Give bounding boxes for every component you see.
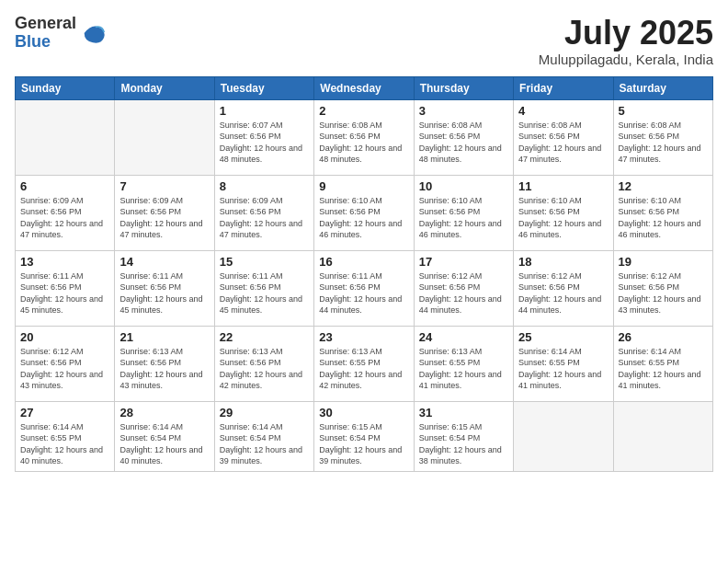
page-container: General Blue July 2025 Muluppilagadu, Ke…	[0, 0, 728, 563]
col-friday: Friday	[514, 76, 613, 99]
table-row: 14Sunrise: 6:11 AM Sunset: 6:56 PM Dayli…	[115, 250, 214, 326]
day-info: Sunrise: 6:09 AM Sunset: 6:56 PM Dayligh…	[20, 195, 109, 241]
table-row: 30Sunrise: 6:15 AM Sunset: 6:54 PM Dayli…	[314, 401, 414, 471]
table-row: 9Sunrise: 6:10 AM Sunset: 6:56 PM Daylig…	[314, 175, 414, 250]
day-number: 30	[319, 406, 408, 419]
day-number: 10	[419, 179, 508, 193]
day-number: 19	[619, 255, 708, 269]
day-info: Sunrise: 6:13 AM Sunset: 6:56 PM Dayligh…	[119, 346, 209, 392]
table-row	[115, 99, 214, 175]
day-info: Sunrise: 6:13 AM Sunset: 6:56 PM Dayligh…	[220, 346, 309, 392]
table-row: 1Sunrise: 6:07 AM Sunset: 6:56 PM Daylig…	[214, 99, 313, 175]
day-info: Sunrise: 6:10 AM Sunset: 6:56 PM Dayligh…	[419, 195, 508, 241]
table-row: 19Sunrise: 6:12 AM Sunset: 6:56 PM Dayli…	[613, 250, 712, 326]
day-number: 2	[319, 104, 408, 118]
day-info: Sunrise: 6:08 AM Sunset: 6:56 PM Dayligh…	[518, 120, 608, 166]
table-row: 7Sunrise: 6:09 AM Sunset: 6:56 PM Daylig…	[115, 175, 214, 250]
logo: General Blue	[15, 15, 106, 52]
day-number: 8	[220, 179, 309, 193]
table-row: 21Sunrise: 6:13 AM Sunset: 6:56 PM Dayli…	[115, 326, 214, 401]
day-info: Sunrise: 6:10 AM Sunset: 6:56 PM Dayligh…	[518, 195, 608, 241]
logo-blue: Blue	[15, 33, 76, 52]
day-number: 27	[20, 406, 109, 419]
table-row: 13Sunrise: 6:11 AM Sunset: 6:56 PM Dayli…	[16, 250, 115, 326]
title-block: July 2025 Muluppilagadu, Kerala, India	[539, 15, 713, 67]
month-title: July 2025	[539, 15, 713, 52]
day-info: Sunrise: 6:10 AM Sunset: 6:56 PM Dayligh…	[619, 195, 708, 241]
day-number: 21	[119, 330, 209, 344]
day-number: 31	[419, 406, 508, 419]
table-row	[16, 99, 115, 175]
day-info: Sunrise: 6:07 AM Sunset: 6:56 PM Dayligh…	[220, 120, 309, 166]
table-row: 20Sunrise: 6:12 AM Sunset: 6:56 PM Dayli…	[16, 326, 115, 401]
table-row: 3Sunrise: 6:08 AM Sunset: 6:56 PM Daylig…	[414, 99, 513, 175]
day-number: 17	[419, 255, 508, 269]
col-sunday: Sunday	[16, 76, 115, 99]
table-row	[613, 401, 712, 471]
table-row: 8Sunrise: 6:09 AM Sunset: 6:56 PM Daylig…	[214, 175, 313, 250]
col-monday: Monday	[115, 76, 214, 99]
day-info: Sunrise: 6:08 AM Sunset: 6:56 PM Dayligh…	[319, 120, 408, 166]
day-info: Sunrise: 6:14 AM Sunset: 6:55 PM Dayligh…	[20, 421, 109, 467]
col-wednesday: Wednesday	[314, 76, 414, 99]
day-number: 25	[518, 330, 608, 344]
col-tuesday: Tuesday	[214, 76, 313, 99]
day-number: 15	[220, 255, 309, 269]
table-row: 18Sunrise: 6:12 AM Sunset: 6:56 PM Dayli…	[514, 250, 613, 326]
day-info: Sunrise: 6:12 AM Sunset: 6:56 PM Dayligh…	[20, 346, 109, 392]
table-row: 27Sunrise: 6:14 AM Sunset: 6:55 PM Dayli…	[16, 401, 115, 471]
location: Muluppilagadu, Kerala, India	[539, 52, 713, 67]
day-info: Sunrise: 6:11 AM Sunset: 6:56 PM Dayligh…	[20, 270, 109, 316]
calendar-table: Sunday Monday Tuesday Wednesday Thursday…	[15, 76, 713, 472]
day-number: 18	[518, 255, 608, 269]
table-row: 6Sunrise: 6:09 AM Sunset: 6:56 PM Daylig…	[16, 175, 115, 250]
day-number: 24	[419, 330, 508, 344]
day-number: 11	[518, 179, 608, 193]
day-number: 13	[20, 255, 109, 269]
day-info: Sunrise: 6:14 AM Sunset: 6:54 PM Dayligh…	[119, 421, 209, 467]
col-thursday: Thursday	[414, 76, 513, 99]
table-row: 15Sunrise: 6:11 AM Sunset: 6:56 PM Dayli…	[214, 250, 313, 326]
day-info: Sunrise: 6:14 AM Sunset: 6:55 PM Dayligh…	[518, 346, 608, 392]
day-number: 20	[20, 330, 109, 344]
day-number: 7	[119, 179, 209, 193]
day-number: 26	[619, 330, 708, 344]
logo-text: General Blue	[15, 15, 76, 52]
table-row: 5Sunrise: 6:08 AM Sunset: 6:56 PM Daylig…	[613, 99, 712, 175]
day-info: Sunrise: 6:11 AM Sunset: 6:56 PM Dayligh…	[220, 270, 309, 316]
table-row: 26Sunrise: 6:14 AM Sunset: 6:55 PM Dayli…	[613, 326, 712, 401]
col-saturday: Saturday	[613, 76, 712, 99]
table-row	[514, 401, 613, 471]
day-number: 22	[220, 330, 309, 344]
calendar-header-row: Sunday Monday Tuesday Wednesday Thursday…	[16, 76, 713, 99]
table-row: 25Sunrise: 6:14 AM Sunset: 6:55 PM Dayli…	[514, 326, 613, 401]
day-number: 28	[119, 406, 209, 419]
day-number: 12	[619, 179, 708, 193]
day-number: 9	[319, 179, 408, 193]
table-row: 10Sunrise: 6:10 AM Sunset: 6:56 PM Dayli…	[414, 175, 513, 250]
logo-icon	[80, 20, 106, 46]
table-row: 22Sunrise: 6:13 AM Sunset: 6:56 PM Dayli…	[214, 326, 313, 401]
day-number: 3	[419, 104, 508, 118]
day-info: Sunrise: 6:15 AM Sunset: 6:54 PM Dayligh…	[319, 421, 408, 467]
day-info: Sunrise: 6:12 AM Sunset: 6:56 PM Dayligh…	[619, 270, 708, 316]
table-row: 23Sunrise: 6:13 AM Sunset: 6:55 PM Dayli…	[314, 326, 414, 401]
day-info: Sunrise: 6:14 AM Sunset: 6:54 PM Dayligh…	[220, 421, 309, 467]
day-number: 6	[20, 179, 109, 193]
day-info: Sunrise: 6:09 AM Sunset: 6:56 PM Dayligh…	[119, 195, 209, 241]
day-number: 16	[319, 255, 408, 269]
day-info: Sunrise: 6:13 AM Sunset: 6:55 PM Dayligh…	[319, 346, 408, 392]
day-number: 5	[619, 104, 708, 118]
day-info: Sunrise: 6:08 AM Sunset: 6:56 PM Dayligh…	[419, 120, 508, 166]
day-number: 14	[119, 255, 209, 269]
logo-general: General	[15, 15, 76, 33]
table-row: 16Sunrise: 6:11 AM Sunset: 6:56 PM Dayli…	[314, 250, 414, 326]
day-info: Sunrise: 6:08 AM Sunset: 6:56 PM Dayligh…	[619, 120, 708, 166]
header: General Blue July 2025 Muluppilagadu, Ke…	[15, 15, 713, 67]
day-number: 23	[319, 330, 408, 344]
day-info: Sunrise: 6:14 AM Sunset: 6:55 PM Dayligh…	[619, 346, 708, 392]
day-info: Sunrise: 6:12 AM Sunset: 6:56 PM Dayligh…	[518, 270, 608, 316]
day-info: Sunrise: 6:10 AM Sunset: 6:56 PM Dayligh…	[319, 195, 408, 241]
table-row: 24Sunrise: 6:13 AM Sunset: 6:55 PM Dayli…	[414, 326, 513, 401]
day-info: Sunrise: 6:13 AM Sunset: 6:55 PM Dayligh…	[419, 346, 508, 392]
